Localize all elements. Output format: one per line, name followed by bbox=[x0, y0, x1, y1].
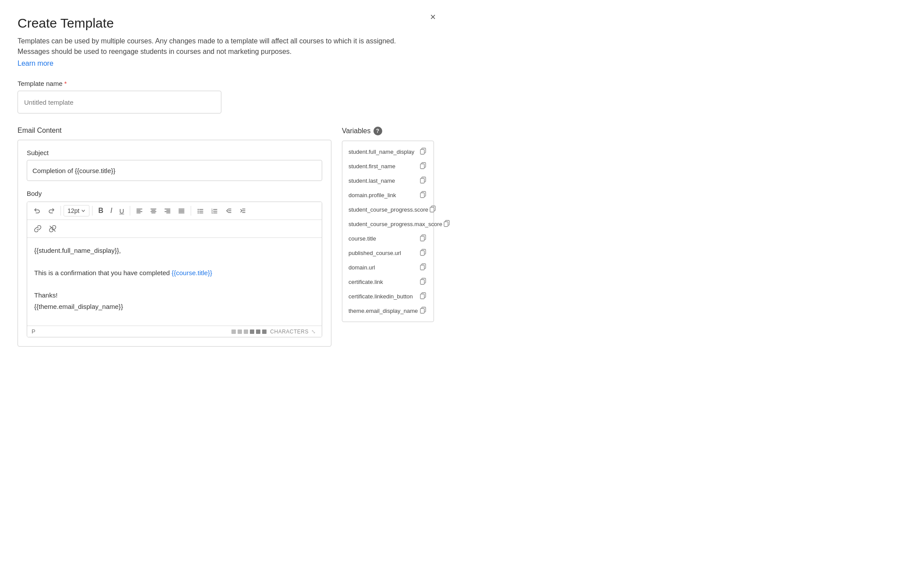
underline-button[interactable]: U bbox=[116, 205, 127, 217]
variable-item: certificate.link bbox=[344, 275, 432, 289]
variable-name: student_course_progress.max_score bbox=[348, 221, 442, 227]
editor-body[interactable]: {{student.full_name_display}}, This is a… bbox=[27, 238, 322, 326]
subject-label: Subject bbox=[27, 149, 322, 156]
variable-name: domain.profile_link bbox=[348, 192, 396, 198]
variable-name: certificate.linkedin_button bbox=[348, 293, 413, 300]
svg-rect-48 bbox=[420, 236, 424, 241]
indent-button[interactable] bbox=[236, 205, 249, 216]
variable-item: published_course.url bbox=[344, 246, 432, 260]
variable-item: domain.profile_link bbox=[344, 188, 432, 202]
align-justify-button[interactable] bbox=[175, 205, 188, 216]
copy-variable-button[interactable] bbox=[419, 291, 427, 301]
char-dot-2 bbox=[238, 329, 242, 334]
body-line-5: Thanks! bbox=[34, 290, 315, 301]
variable-name: course.title bbox=[348, 235, 376, 242]
outdent-button[interactable] bbox=[222, 205, 235, 216]
email-content-label: Email Content bbox=[18, 127, 331, 135]
align-right-button[interactable] bbox=[161, 205, 174, 216]
template-name-label: Template name * bbox=[18, 80, 434, 87]
copy-variable-button[interactable] bbox=[419, 306, 427, 316]
toolbar-divider-2 bbox=[92, 206, 92, 216]
copy-variable-button[interactable] bbox=[419, 161, 427, 171]
char-dot-3 bbox=[244, 329, 248, 334]
close-button[interactable]: × bbox=[430, 12, 436, 22]
subject-input[interactable] bbox=[27, 160, 322, 181]
course-title-var: {{course.title}} bbox=[172, 269, 213, 276]
copy-variable-button[interactable] bbox=[419, 176, 427, 186]
variable-item: student_course_progress.max_score bbox=[344, 217, 432, 231]
font-size-select[interactable]: 12pt bbox=[64, 205, 89, 216]
svg-rect-50 bbox=[420, 251, 424, 255]
variables-help-icon[interactable]: ? bbox=[373, 127, 382, 135]
variables-box: student.full_name_display student.first_… bbox=[342, 141, 434, 322]
variable-item: certificate.linkedin_button bbox=[344, 289, 432, 304]
svg-point-16 bbox=[198, 209, 199, 210]
copy-variable-button[interactable] bbox=[419, 262, 427, 273]
body-line-1: {{student.full_name_display}}, bbox=[34, 245, 315, 256]
svg-rect-44 bbox=[430, 207, 434, 212]
create-template-modal: × Create Template Templates can be used … bbox=[0, 0, 452, 364]
body-label: Body bbox=[27, 190, 322, 197]
variable-item: student_course_progress.score bbox=[344, 202, 432, 217]
unlink-button[interactable] bbox=[46, 223, 60, 235]
align-center-button[interactable] bbox=[147, 205, 160, 216]
redo-button[interactable] bbox=[45, 205, 58, 216]
char-dot-5 bbox=[256, 329, 260, 334]
variable-item: student.first_name bbox=[344, 159, 432, 174]
variable-item: student.last_name bbox=[344, 174, 432, 188]
copy-variable-button[interactable] bbox=[419, 234, 427, 244]
variable-name: certificate.link bbox=[348, 279, 383, 285]
link-button[interactable] bbox=[31, 223, 45, 235]
body-line-4 bbox=[34, 279, 315, 290]
align-left-button[interactable] bbox=[133, 205, 146, 216]
template-name-section: Template name * bbox=[18, 80, 434, 113]
toolbar-divider-1 bbox=[60, 206, 61, 216]
copy-variable-button[interactable] bbox=[419, 248, 427, 258]
modal-description: Templates can be used by multiple course… bbox=[18, 36, 412, 57]
editor-footer: P CHARACTERS ⤡ bbox=[27, 326, 322, 337]
modal-title: Create Template bbox=[18, 16, 434, 31]
body-line-2 bbox=[34, 256, 315, 268]
svg-rect-58 bbox=[420, 308, 424, 313]
variables-title: Variables ? bbox=[342, 127, 434, 135]
svg-rect-36 bbox=[420, 149, 424, 154]
editor-toolbar: 12pt B I U bbox=[27, 202, 322, 220]
bold-button[interactable]: B bbox=[95, 205, 107, 217]
copy-variable-button[interactable] bbox=[442, 219, 451, 229]
body-line-6: {{theme.email_display_name}} bbox=[34, 301, 315, 312]
editor-toolbar-row2 bbox=[27, 220, 322, 238]
copy-variable-button[interactable] bbox=[428, 205, 437, 215]
svg-rect-56 bbox=[420, 294, 424, 299]
paragraph-indicator: P bbox=[32, 328, 36, 335]
required-indicator: * bbox=[64, 80, 67, 87]
variable-item: domain.url bbox=[344, 260, 432, 275]
svg-point-18 bbox=[198, 211, 199, 212]
italic-button[interactable]: I bbox=[107, 205, 115, 217]
content-variables-row: Email Content Subject Body bbox=[18, 127, 434, 347]
variable-item: course.title bbox=[344, 231, 432, 246]
learn-more-link[interactable]: Learn more bbox=[18, 60, 53, 67]
bullet-list-button[interactable] bbox=[194, 205, 207, 216]
char-dot-6 bbox=[262, 329, 267, 334]
svg-rect-42 bbox=[420, 193, 424, 198]
svg-rect-52 bbox=[420, 265, 424, 270]
copy-variable-button[interactable] bbox=[419, 147, 427, 157]
copy-variable-button[interactable] bbox=[419, 190, 427, 200]
numbered-list-button[interactable]: 1.2.3. bbox=[208, 205, 221, 216]
undo-button[interactable] bbox=[31, 205, 44, 216]
char-dot-4 bbox=[250, 329, 254, 334]
variable-name: domain.url bbox=[348, 264, 375, 271]
char-indicator: CHARACTERS bbox=[231, 329, 309, 335]
body-editor: 12pt B I U bbox=[27, 202, 322, 337]
svg-point-20 bbox=[198, 213, 199, 213]
resize-handle[interactable]: ⤡ bbox=[311, 329, 317, 335]
copy-variable-button[interactable] bbox=[419, 277, 427, 287]
toolbar-divider-4 bbox=[191, 206, 191, 216]
variable-name: student.last_name bbox=[348, 177, 395, 184]
svg-rect-54 bbox=[420, 280, 424, 284]
toolbar-divider-3 bbox=[130, 206, 130, 216]
variable-item: student.full_name_display bbox=[344, 145, 432, 159]
variable-name: student.full_name_display bbox=[348, 149, 414, 155]
variable-name: published_course.url bbox=[348, 250, 401, 256]
template-name-input[interactable] bbox=[18, 91, 221, 113]
